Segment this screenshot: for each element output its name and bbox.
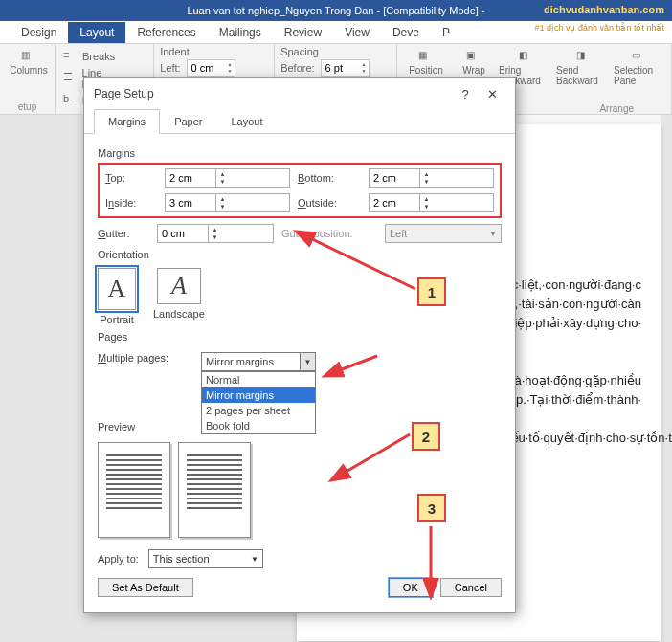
dialog-title: Page Setup [94, 87, 154, 100]
tab-mailings[interactable]: Mailings [208, 22, 273, 43]
option-normal[interactable]: Normal [202, 372, 315, 387]
position-button[interactable]: ▦Position [403, 46, 449, 76]
callout-3: 3 [417, 494, 446, 522]
spacing-label: Spacing [280, 46, 391, 57]
gutter-position-label: Gutter position: [281, 228, 377, 239]
spacing-before-label: Before: [280, 62, 314, 74]
apply-to-select[interactable]: This section▼ [148, 549, 263, 568]
breaks-button[interactable]: ≡Breaks [61, 48, 147, 65]
dialog-tabs: Margins Paper Layout [84, 109, 515, 134]
inside-margin-spinner[interactable]: ▲▼ [165, 193, 290, 212]
spinner-arrows-icon[interactable]: ▲▼ [226, 61, 235, 75]
spacing-before-spinner[interactable]: ▲▼ [321, 59, 370, 77]
position-icon: ▦ [418, 50, 434, 65]
preview-pane [98, 442, 502, 538]
tab-review[interactable]: Review [273, 22, 333, 43]
preview-page-right [178, 442, 251, 538]
multiple-pages-combo[interactable]: Mirror margins▼ Normal Mirror margins 2 … [201, 352, 316, 371]
spacing-before-input[interactable] [322, 62, 360, 74]
gutter-input[interactable] [158, 225, 208, 242]
cancel-button[interactable]: Cancel [440, 578, 502, 597]
dialog-tab-paper[interactable]: Paper [160, 109, 216, 133]
orientation-landscape[interactable]: ALandscape [153, 268, 205, 325]
top-margin-input[interactable] [166, 169, 215, 187]
chevron-down-icon: ▼ [485, 230, 501, 238]
columns-label: Columns [10, 65, 47, 76]
wrap-text-button[interactable]: ▣Wrap [451, 46, 497, 76]
outside-label: Outside: [298, 197, 361, 209]
dialog-tab-margins[interactable]: Margins [94, 109, 160, 134]
indent-left-label: Left: [160, 62, 180, 74]
tab-view[interactable]: View [333, 22, 381, 43]
gutter-position-select: Left▼ [385, 224, 502, 243]
option-book-fold[interactable]: Book fold [202, 418, 315, 433]
outside-margin-input[interactable] [370, 194, 419, 211]
top-label: Top: [105, 172, 157, 184]
setup-group-label: etup [6, 101, 49, 114]
indent-left-spinner[interactable]: ▲▼ [187, 59, 235, 77]
watermark-line2: #1 dịch vụ đánh văn bản tốt nhất [534, 23, 664, 33]
option-mirror-margins[interactable]: Mirror margins [202, 387, 315, 403]
line-numbers-icon: ☰ [63, 71, 78, 86]
page-setup-dialog: Page Setup ? ✕ Margins Paper Layout Marg… [83, 77, 516, 613]
wrap-icon: ▣ [466, 50, 482, 65]
multiple-pages-dropdown: Normal Mirror margins 2 pages per sheet … [201, 371, 316, 434]
option-2-pages[interactable]: 2 pages per sheet [202, 403, 315, 418]
help-button[interactable]: ? [452, 87, 479, 101]
tab-developer[interactable]: Deve [381, 22, 431, 43]
multiple-pages-label: Multiple pages: [98, 352, 190, 364]
hyphenation-icon: b- [63, 93, 78, 108]
watermark-line1: dichvudanhvanban.com [544, 4, 664, 15]
landscape-icon: A [157, 268, 201, 304]
margins-section-label: Margins [98, 147, 502, 159]
tab-design[interactable]: Design [10, 22, 68, 43]
portrait-icon: A [98, 268, 136, 310]
spinner-arrows-icon[interactable]: ▲▼ [360, 61, 369, 75]
send-backward-button[interactable]: ◨Send Backward [556, 46, 612, 86]
orientation-portrait[interactable]: APortrait [98, 268, 136, 325]
gutter-spinner[interactable]: ▲▼ [157, 224, 274, 243]
dialog-tab-layout[interactable]: Layout [216, 109, 277, 133]
orientation-section-label: Orientation [98, 249, 502, 260]
dialog-titlebar[interactable]: Page Setup ? ✕ [84, 78, 515, 109]
pages-section-label: Pages [98, 331, 502, 343]
indent-left-input[interactable] [188, 62, 226, 74]
tab-extra[interactable]: P [431, 22, 461, 43]
ok-button[interactable]: OK [389, 578, 433, 597]
columns-icon: ▥ [21, 50, 36, 65]
selection-pane-button[interactable]: ▭Selection Pane [614, 46, 665, 86]
indent-label: Indent [160, 46, 268, 57]
columns-button[interactable]: ▥ Columns [6, 46, 52, 76]
bottom-margin-input[interactable] [370, 169, 419, 187]
preview-page-left [98, 442, 170, 538]
callout-2: 2 [412, 422, 440, 451]
bottom-margin-spinner[interactable]: ▲▼ [369, 168, 494, 188]
bring-forward-icon: ◧ [519, 50, 534, 65]
window-title: Luan van tot nghiep_Nguyen Trong Dan - [… [187, 5, 484, 16]
bottom-label: Bottom: [298, 172, 361, 184]
callout-1: 1 [417, 277, 446, 306]
top-margin-spinner[interactable]: ▲▼ [165, 168, 290, 188]
send-backward-icon: ◨ [576, 50, 592, 65]
chevron-down-icon[interactable]: ▼ [247, 555, 262, 564]
tab-layout[interactable]: Layout [68, 22, 125, 43]
inside-margin-input[interactable] [166, 194, 215, 211]
apply-to-label: Apply to: [98, 553, 139, 565]
chevron-down-icon[interactable]: ▼ [300, 353, 315, 370]
inside-label: Inside: [105, 197, 157, 209]
margins-fields-highlight: Top: ▲▼ Bottom: ▲▼ Inside: ▲▼ Outside: ▲… [98, 163, 502, 218]
outside-margin-spinner[interactable]: ▲▼ [369, 193, 494, 212]
set-as-default-button[interactable]: Set As Default [98, 578, 193, 597]
selection-pane-icon: ▭ [632, 50, 647, 65]
tab-references[interactable]: References [125, 22, 207, 43]
gutter-label: Gutter: [98, 228, 149, 239]
breaks-icon: ≡ [63, 49, 78, 64]
close-button[interactable]: ✕ [479, 87, 505, 101]
